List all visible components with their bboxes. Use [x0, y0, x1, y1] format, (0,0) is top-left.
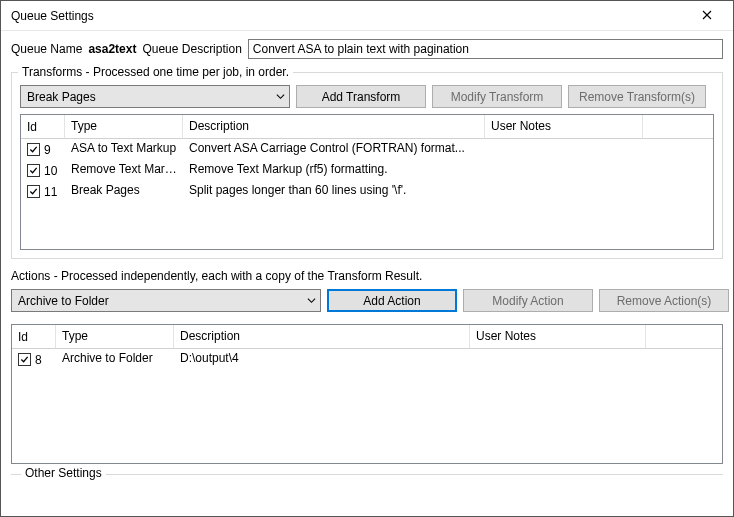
actions-toolbar: Archive to Folder Add Action Modify Acti…: [11, 289, 723, 312]
queue-header-row: Queue Name asa2text Queue Description: [11, 39, 723, 59]
col-desc[interactable]: Description: [174, 325, 470, 349]
row-checkbox[interactable]: [18, 353, 31, 366]
titlebar: Queue Settings: [1, 1, 733, 31]
chevron-down-icon: [307, 296, 316, 305]
row-desc: D:\output\4: [174, 349, 470, 370]
transforms-grid[interactable]: Id Type Description User Notes 9: [20, 114, 714, 250]
col-id[interactable]: Id: [12, 325, 56, 349]
table-row[interactable]: 9 ASA to Text Markup Convert ASA Carriag…: [21, 139, 713, 160]
row-notes: [485, 139, 643, 160]
row-type: Remove Text Mark...: [65, 160, 183, 181]
col-type[interactable]: Type: [56, 325, 174, 349]
row-id: 9: [44, 143, 51, 157]
table-row[interactable]: 10 Remove Text Mark... Remove Text Marku…: [21, 160, 713, 181]
other-settings-group: Other Settings: [11, 474, 723, 488]
col-notes[interactable]: User Notes: [470, 325, 646, 349]
row-notes: [485, 160, 643, 181]
actions-grid-header: Id Type Description User Notes: [12, 325, 722, 349]
queue-desc-input[interactable]: [248, 39, 723, 59]
row-notes: [485, 181, 643, 202]
actions-grid[interactable]: Id Type Description User Notes 8 Archive…: [11, 324, 723, 464]
action-type-combo-value: Archive to Folder: [18, 294, 109, 308]
row-id: 10: [44, 164, 57, 178]
add-action-button[interactable]: Add Action: [327, 289, 457, 312]
row-checkbox[interactable]: [27, 164, 40, 177]
window-title: Queue Settings: [11, 9, 94, 23]
transforms-toolbar: Break Pages Add Transform Modify Transfo…: [20, 85, 714, 108]
row-checkbox[interactable]: [27, 143, 40, 156]
col-type[interactable]: Type: [65, 115, 183, 139]
row-type: Break Pages: [65, 181, 183, 202]
modify-transform-button[interactable]: Modify Transform: [432, 85, 562, 108]
transforms-legend: Transforms - Processed one time per job,…: [18, 65, 293, 79]
close-icon: [702, 9, 712, 23]
modify-action-button[interactable]: Modify Action: [463, 289, 593, 312]
chevron-down-icon: [276, 92, 285, 101]
actions-legend: Actions - Processed independently, each …: [11, 269, 723, 283]
transforms-grid-body: 9 ASA to Text Markup Convert ASA Carriag…: [21, 139, 713, 249]
remove-action-button[interactable]: Remove Action(s): [599, 289, 729, 312]
queue-name-label: Queue Name: [11, 42, 82, 56]
row-desc: Split pages longer than 60 lines using '…: [183, 181, 485, 202]
col-desc[interactable]: Description: [183, 115, 485, 139]
transforms-grid-header: Id Type Description User Notes: [21, 115, 713, 139]
row-type: ASA to Text Markup: [65, 139, 183, 160]
add-transform-button[interactable]: Add Transform: [296, 85, 426, 108]
row-type: Archive to Folder: [56, 349, 174, 370]
row-desc: Remove Text Markup (rf5) formatting.: [183, 160, 485, 181]
col-notes[interactable]: User Notes: [485, 115, 643, 139]
table-row[interactable]: 8 Archive to Folder D:\output\4: [12, 349, 722, 370]
window: Queue Settings Queue Name asa2text Queue…: [0, 0, 734, 517]
close-button[interactable]: [687, 2, 727, 30]
other-settings-legend: Other Settings: [21, 466, 106, 480]
col-spacer: [646, 325, 722, 349]
row-desc: Convert ASA Carriage Control (FORTRAN) f…: [183, 139, 485, 160]
queue-name-value: asa2text: [88, 42, 136, 56]
table-row[interactable]: 11 Break Pages Split pages longer than 6…: [21, 181, 713, 202]
col-spacer: [643, 115, 713, 139]
transform-type-combo-value: Break Pages: [27, 90, 96, 104]
row-id: 8: [35, 353, 42, 367]
transform-type-combo[interactable]: Break Pages: [20, 85, 290, 108]
row-notes: [470, 349, 646, 370]
transforms-group: Transforms - Processed one time per job,…: [11, 65, 723, 259]
action-type-combo[interactable]: Archive to Folder: [11, 289, 321, 312]
queue-desc-label: Queue Description: [142, 42, 241, 56]
actions-grid-body: 8 Archive to Folder D:\output\4: [12, 349, 722, 463]
row-checkbox[interactable]: [27, 185, 40, 198]
row-id: 11: [44, 185, 57, 199]
remove-transform-button[interactable]: Remove Transform(s): [568, 85, 706, 108]
col-id[interactable]: Id: [21, 115, 65, 139]
